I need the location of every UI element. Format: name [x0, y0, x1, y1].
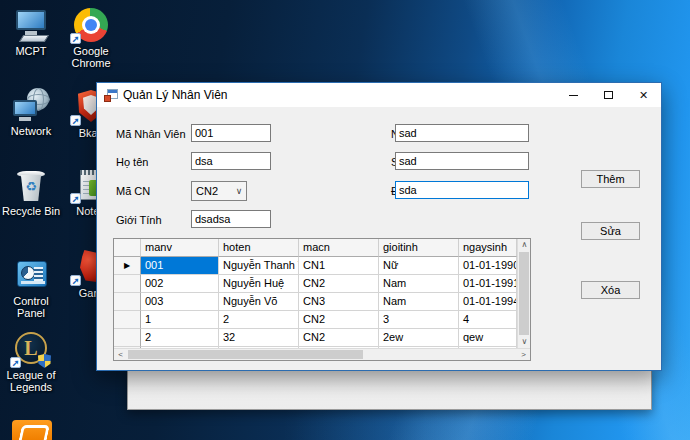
label-ho-ten: Họ tên: [116, 156, 148, 168]
minimize-button[interactable]: [556, 83, 591, 107]
row-selector[interactable]: [114, 329, 141, 347]
grid-cell[interactable]: CN2: [299, 311, 379, 329]
table-row: 1 2 CN2 3 4: [114, 311, 517, 329]
grid-cell[interactable]: Nam: [379, 293, 459, 311]
them-button[interactable]: Thêm: [581, 170, 640, 188]
control-panel-icon: [13, 258, 49, 292]
grid-cell[interactable]: CN2: [299, 329, 379, 347]
chevron-down-icon: ∨: [232, 186, 246, 196]
scroll-left-icon[interactable]: <: [114, 349, 127, 361]
chrome-icon: ➚: [73, 8, 109, 42]
icon-label: Google Chrome: [60, 45, 122, 69]
desktop-icon-mcpt[interactable]: MCPT: [0, 8, 62, 57]
desktop-icon-network[interactable]: Network: [0, 88, 62, 137]
icon-label: MCPT: [0, 45, 62, 57]
app-icon: [104, 89, 118, 102]
grid-cell[interactable]: 1: [141, 311, 219, 329]
league-of-legends-icon: L ➚: [13, 332, 49, 366]
grid-cell[interactable]: 3: [379, 311, 459, 329]
label-gioi-tinh: Giới Tính: [116, 214, 162, 226]
desktop: MCPT ➚ Google Chrome Network ➚ Bkav ♻ Re…: [0, 0, 690, 440]
grid-cell[interactable]: 01-01-1990: [459, 257, 517, 275]
grid-cell-selected[interactable]: 001: [141, 257, 219, 275]
table-row: 002 Nguyễn Huệ CN2 Nam 01-01-1991: [114, 275, 517, 293]
employee-grid: manv hoten macn gioitinh ngaysinh ▶ 001 …: [113, 238, 531, 361]
network-icon: [13, 88, 49, 122]
table-row: 003 Nguyễn Võ CN3 Nam 01-01-1994: [114, 293, 517, 311]
input-gioi-tinh[interactable]: dsadsa: [191, 210, 271, 228]
desktop-icon-control-panel[interactable]: Control Panel: [0, 258, 62, 319]
grid-cell[interactable]: CN2: [299, 275, 379, 293]
grid-header-row: manv hoten macn gioitinh ngaysinh: [114, 239, 517, 257]
grid-cell[interactable]: 002: [141, 275, 219, 293]
grid-cell[interactable]: Nguyễn Huệ: [219, 275, 299, 293]
label-ma-cn: Mã CN: [116, 185, 150, 197]
horizontal-scroll-thumb[interactable]: [128, 350, 363, 359]
vertical-scrollbar[interactable]: ∧ ∨: [517, 239, 530, 348]
grid-cell[interactable]: Nguyễn Võ: [219, 293, 299, 311]
input-ho-ten[interactable]: dsa: [191, 152, 271, 170]
app-window: Quản Lý Nhân Viên ✕ Mã Nhân Viên 001 Họ …: [96, 82, 662, 371]
grid-cell[interactable]: 01-01-1994: [459, 293, 517, 311]
icon-label: Network: [0, 125, 62, 137]
column-header-manv[interactable]: manv: [141, 239, 219, 257]
shortcut-arrow-icon: ➚: [70, 193, 81, 204]
horizontal-scrollbar[interactable]: < >: [114, 348, 530, 360]
shortcut-arrow-icon: ➚: [10, 357, 21, 368]
current-row-marker[interactable]: ▶: [114, 257, 141, 275]
table-row: ▶ 001 Nguyễn Thanh T... CN1 Nữ 01-01-199…: [114, 257, 517, 275]
desktop-icon-orange-app[interactable]: [12, 420, 52, 440]
grid-cell[interactable]: CN1: [299, 257, 379, 275]
select-value: CN2: [192, 185, 232, 197]
grid-cell[interactable]: 2ew: [379, 329, 459, 347]
grid-cell[interactable]: CN3: [299, 293, 379, 311]
scroll-right-icon[interactable]: >: [517, 349, 530, 361]
row-selector-header[interactable]: [114, 239, 141, 257]
shortcut-arrow-icon: ➚: [70, 275, 81, 286]
grid-cell[interactable]: Nữ: [379, 257, 459, 275]
computer-icon: [13, 8, 49, 42]
select-ma-cn[interactable]: CN2 ∨: [191, 181, 247, 201]
grid-cell[interactable]: qew: [459, 329, 517, 347]
grid-cell[interactable]: Nguyễn Thanh T...: [219, 257, 299, 275]
grid-cell[interactable]: 2: [141, 329, 219, 347]
desktop-icon-league-of-legends[interactable]: L ➚ League of Legends: [0, 332, 62, 393]
uac-shield-icon: [38, 354, 51, 368]
title-bar[interactable]: Quản Lý Nhân Viên ✕: [97, 83, 661, 107]
input-ma-nhan-vien[interactable]: 001: [191, 124, 271, 142]
grid-cell[interactable]: 2: [219, 311, 299, 329]
input-ngay-sinh[interactable]: sad: [395, 124, 529, 142]
grid-cell[interactable]: 4: [459, 311, 517, 329]
window-title: Quản Lý Nhân Viên: [123, 88, 228, 102]
maximize-button[interactable]: [591, 83, 626, 107]
xoa-button[interactable]: Xóa: [581, 281, 640, 299]
column-header-macn[interactable]: macn: [299, 239, 379, 257]
close-button[interactable]: ✕: [626, 83, 661, 107]
column-header-ngaysinh[interactable]: ngaysinh: [459, 239, 517, 257]
column-header-gioitinh[interactable]: gioitinh: [379, 239, 459, 257]
desktop-icon-chrome[interactable]: ➚ Google Chrome: [60, 8, 122, 69]
sua-button[interactable]: Sửa: [581, 222, 640, 240]
icon-label: Control Panel: [0, 295, 62, 319]
input-dia-chi[interactable]: sda: [395, 181, 529, 199]
icon-label: League of Legends: [0, 369, 62, 393]
scroll-down-icon[interactable]: ∨: [518, 336, 531, 348]
recycle-bin-icon: ♻: [13, 168, 49, 202]
row-selector[interactable]: [114, 293, 141, 311]
background-window[interactable]: [127, 369, 652, 410]
grid-cell[interactable]: 01-01-1991: [459, 275, 517, 293]
table-row: 2 32 CN2 2ew qew: [114, 329, 517, 347]
input-sdt[interactable]: sad: [395, 152, 529, 170]
desktop-icon-recycle-bin[interactable]: ♻ Recycle Bin: [0, 168, 62, 217]
grid-cell[interactable]: 32: [219, 329, 299, 347]
shortcut-arrow-icon: ➚: [70, 33, 81, 44]
icon-label: Recycle Bin: [0, 205, 62, 217]
scroll-up-icon[interactable]: ∧: [518, 239, 531, 251]
grid-cell[interactable]: Nam: [379, 275, 459, 293]
grid-cell[interactable]: 003: [141, 293, 219, 311]
vertical-scroll-thumb[interactable]: [519, 252, 529, 335]
row-selector[interactable]: [114, 311, 141, 329]
shortcut-arrow-icon: ➚: [70, 115, 81, 126]
column-header-hoten[interactable]: hoten: [219, 239, 299, 257]
row-selector[interactable]: [114, 275, 141, 293]
